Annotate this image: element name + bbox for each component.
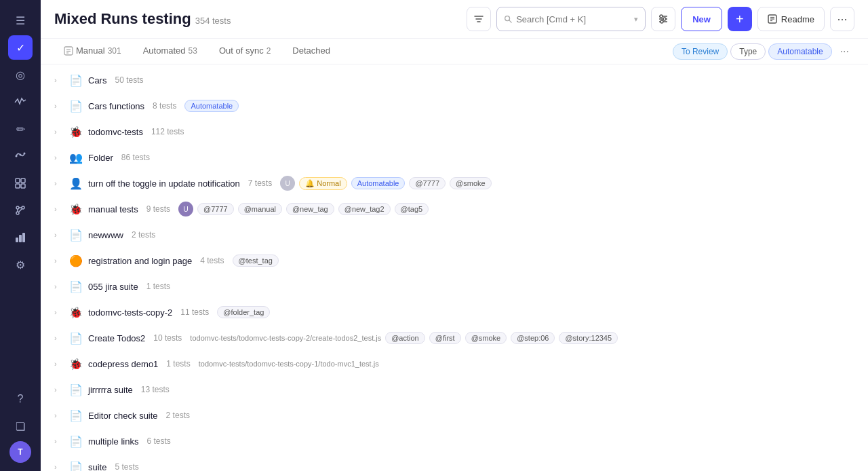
filter-automatable[interactable]: Automatable — [768, 43, 831, 60]
menu-icon[interactable]: ☰ — [8, 8, 33, 33]
plugin-icon[interactable] — [8, 171, 33, 195]
svg-rect-5 — [16, 184, 20, 188]
avatar[interactable]: T — [9, 441, 31, 463]
tag[interactable]: Automatable — [351, 177, 406, 189]
svg-rect-10 — [16, 238, 18, 242]
tag[interactable]: @new_tag — [286, 203, 334, 215]
list-item[interactable]: › 📄 Cars functions 8 tests Automatable — [41, 93, 868, 119]
item-icon: 📄 — [69, 461, 83, 472]
user-avatar: U — [178, 202, 193, 216]
user-avatar: U — [280, 176, 295, 191]
chevron-right-icon: › — [54, 282, 64, 290]
tag[interactable]: 🔔 Normal — [299, 177, 347, 190]
settings-icon[interactable]: ⚙ — [8, 252, 33, 277]
list-item[interactable]: › 📄 jirrrrra suite 13 tests — [41, 377, 868, 402]
main-content: Mixed Runs testing354 tests ▾ — [41, 0, 868, 471]
readme-button[interactable]: Readme — [757, 7, 825, 31]
circle-icon[interactable]: ◎ — [8, 62, 33, 87]
chevron-right-icon: › — [54, 76, 64, 84]
list-item[interactable]: › 📄 Editor check suite 2 tests — [41, 402, 868, 428]
activity-icon[interactable] — [8, 90, 33, 114]
tag[interactable]: @smoke — [450, 177, 492, 189]
svg-rect-4 — [21, 178, 25, 183]
svg-rect-12 — [22, 233, 25, 242]
tab-detached[interactable]: Detached — [283, 39, 340, 64]
new-button[interactable]: New — [681, 7, 722, 31]
tag[interactable]: @step:06 — [511, 332, 555, 344]
filter-button[interactable] — [467, 7, 491, 31]
chevron-right-icon: › — [54, 153, 64, 162]
list-item[interactable]: › 👤 turn off the toggle in update notifi… — [41, 170, 868, 196]
svg-point-2 — [24, 153, 26, 155]
page-title: Mixed Runs testing354 tests — [54, 10, 231, 28]
filter-to-review[interactable]: To Review — [673, 43, 728, 60]
item-tags: @folder_tag — [217, 306, 270, 318]
plus-button[interactable]: + — [728, 7, 752, 31]
search-icon — [504, 14, 512, 24]
tag[interactable]: @manual — [238, 203, 282, 215]
sliders-button[interactable] — [651, 7, 675, 31]
list-item[interactable]: › 👥 Folder 86 tests — [41, 145, 868, 170]
svg-point-19 — [660, 20, 663, 23]
question-icon[interactable]: ? — [8, 387, 33, 411]
search-chevron-icon: ▾ — [634, 15, 638, 24]
tag[interactable]: @7777 — [409, 177, 446, 189]
tag[interactable]: @smoke — [465, 332, 507, 344]
tab-out-of-sync[interactable]: Out of sync 2 — [210, 39, 280, 64]
tag[interactable]: @first — [429, 332, 461, 344]
tag[interactable]: Automatable — [184, 100, 239, 112]
svg-point-0 — [16, 155, 18, 157]
list-item[interactable]: › 📄 multiple links 6 tests — [41, 428, 868, 454]
bar-chart-icon[interactable] — [8, 225, 33, 250]
readme-icon — [768, 14, 777, 24]
list-item[interactable]: › 📄 Create Todos2 10 tests todomvc-tests… — [41, 325, 868, 351]
search-input[interactable] — [516, 14, 630, 24]
tab-automated[interactable]: Automated 53 — [134, 39, 207, 64]
list-item[interactable]: › 📄 newwww 2 tests — [41, 222, 868, 248]
chevron-right-icon: › — [54, 205, 64, 213]
chart-icon[interactable] — [8, 144, 33, 168]
list-item[interactable]: › 📄 055 jira suite 1 tests — [41, 274, 868, 299]
tag[interactable]: @folder_tag — [217, 306, 270, 318]
svg-rect-11 — [19, 235, 22, 242]
more-button[interactable]: ··· — [830, 7, 854, 31]
more-filters-icon[interactable]: ··· — [835, 40, 854, 63]
list-item[interactable]: › 🟠 registration and login page 4 tests … — [41, 248, 868, 274]
item-tags: Automatable — [184, 100, 239, 112]
chevron-right-icon: › — [54, 463, 64, 471]
svg-point-7 — [16, 206, 19, 209]
layers-icon[interactable]: ❏ — [8, 414, 33, 438]
list-item[interactable]: › 📄 Cars 50 tests — [41, 67, 868, 93]
item-icon: 🐞 — [69, 358, 83, 371]
svg-point-8 — [22, 206, 24, 209]
chevron-right-icon: › — [54, 257, 64, 265]
item-tags: U @7777 @manual @new_tag @new_tag2 @tag5 — [178, 202, 429, 216]
list-item[interactable]: › 🐞 todomvc-tests 112 tests — [41, 119, 868, 145]
list-item[interactable]: › 🐞 codepress demo1 1 tests todomvc-test… — [41, 351, 868, 377]
list-item[interactable]: › 🐞 manual tests 9 tests U @7777 @manual… — [41, 196, 868, 222]
chevron-right-icon: › — [54, 102, 64, 110]
tag[interactable]: @tag5 — [395, 203, 429, 215]
item-icon: 📄 — [69, 280, 83, 293]
list-item[interactable]: › 🐞 todomvc-tests-copy-2 11 tests @folde… — [41, 299, 868, 325]
tag[interactable]: @test_tag — [233, 255, 279, 267]
item-icon: 🐞 — [69, 126, 83, 138]
item-icon: 📄 — [69, 332, 83, 345]
check-icon[interactable]: ✓ — [8, 35, 33, 60]
tag[interactable]: @new_tag2 — [338, 203, 391, 215]
tag[interactable]: @story:12345 — [559, 332, 618, 344]
chevron-right-icon: › — [54, 179, 64, 187]
item-tags: todomvc-tests/todomvc-tests-copy-2/creat… — [190, 332, 618, 344]
item-tags: @test_tag — [233, 255, 279, 267]
git-icon[interactable] — [8, 198, 33, 223]
tab-manual[interactable]: Manual 301 — [54, 39, 131, 64]
chevron-right-icon: › — [54, 334, 64, 342]
item-icon: 📄 — [69, 383, 83, 396]
search-box[interactable]: ▾ — [496, 7, 646, 31]
tag[interactable]: @action — [385, 332, 425, 344]
pen-icon[interactable]: ✏ — [8, 117, 33, 141]
tag[interactable]: @7777 — [197, 203, 234, 215]
filter-type[interactable]: Type — [730, 43, 766, 60]
item-icon: 👥 — [69, 151, 83, 164]
list-item[interactable]: › 📄 suite 5 tests — [41, 454, 868, 471]
